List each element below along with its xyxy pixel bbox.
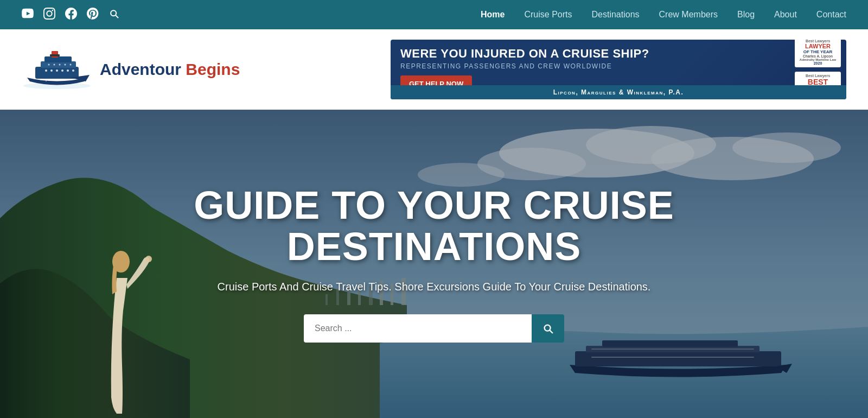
svg-point-8 (67, 69, 69, 72)
svg-point-12 (59, 64, 61, 66)
social-links (22, 8, 119, 22)
svg-point-18 (46, 80, 47, 81)
top-navigation: Home Cruise Ports Destinations Crew Memb… (0, 0, 868, 29)
svg-point-4 (45, 69, 47, 72)
svg-point-14 (70, 64, 72, 66)
ship-logo-icon (22, 48, 92, 91)
svg-line-43 (550, 331, 552, 333)
ad-headline: WERE YOU INJURED ON A CRUISE SHIP? (400, 47, 785, 60)
svg-point-13 (65, 64, 66, 66)
svg-rect-1 (35, 67, 79, 79)
svg-rect-16 (50, 54, 60, 56)
svg-point-17 (40, 79, 41, 80)
nav-blog[interactable]: Blog (737, 10, 755, 20)
svg-point-10 (48, 64, 50, 66)
svg-point-11 (54, 64, 55, 66)
search-nav-icon[interactable] (108, 8, 119, 22)
svg-point-9 (72, 69, 74, 72)
ad-subtext: REPRESENTING PASSENGERS AND CREW WORLDWI… (400, 62, 785, 70)
logo-text: Adventour Begins (100, 60, 240, 79)
nav-crew-members[interactable]: Crew Members (659, 10, 718, 20)
search-input[interactable] (304, 314, 532, 343)
hero-section: GUIDE TO YOUR CRUISE DESTINATIONS Cruise… (0, 110, 868, 418)
hero-title: GUIDE TO YOUR CRUISE DESTINATIONS (194, 185, 674, 267)
svg-point-42 (545, 325, 551, 331)
ad-badge-lawyer-year: Best Lawyers LAWYER OF THE YEAR Charles … (795, 40, 841, 67)
instagram-icon[interactable] (43, 8, 55, 22)
pinterest-icon[interactable] (87, 8, 99, 22)
svg-point-5 (50, 69, 53, 72)
hero-subtitle: Cruise Ports And Cruise Travel Tips. Sho… (194, 278, 674, 295)
svg-point-41 (145, 256, 152, 262)
nav-contact[interactable]: Contact (816, 10, 846, 20)
logo[interactable]: Adventour Begins (22, 48, 240, 91)
facebook-icon[interactable] (65, 8, 77, 22)
nav-about[interactable]: About (774, 10, 797, 20)
main-nav-links: Home Cruise Ports Destinations Crew Memb… (481, 10, 846, 20)
svg-rect-3 (44, 56, 72, 62)
nav-cruise-ports[interactable]: Cruise Ports (524, 10, 572, 20)
hero-content: GUIDE TO YOUR CRUISE DESTINATIONS Cruise… (194, 185, 674, 342)
nav-destinations[interactable]: Destinations (592, 10, 640, 20)
svg-point-6 (56, 69, 58, 72)
youtube-icon[interactable] (22, 8, 34, 22)
nav-home[interactable]: Home (481, 10, 505, 20)
ad-banner[interactable]: WERE YOU INJURED ON A CRUISE SHIP? REPRE… (391, 40, 846, 99)
ad-firm-name[interactable]: Lipcon, Margulies & Winkleman, P.A. (391, 85, 846, 99)
site-header: Adventour Begins WERE YOU INJURED ON A C… (0, 29, 868, 110)
hero-search-bar (194, 314, 674, 343)
search-button[interactable] (532, 314, 564, 343)
svg-point-7 (61, 69, 63, 72)
